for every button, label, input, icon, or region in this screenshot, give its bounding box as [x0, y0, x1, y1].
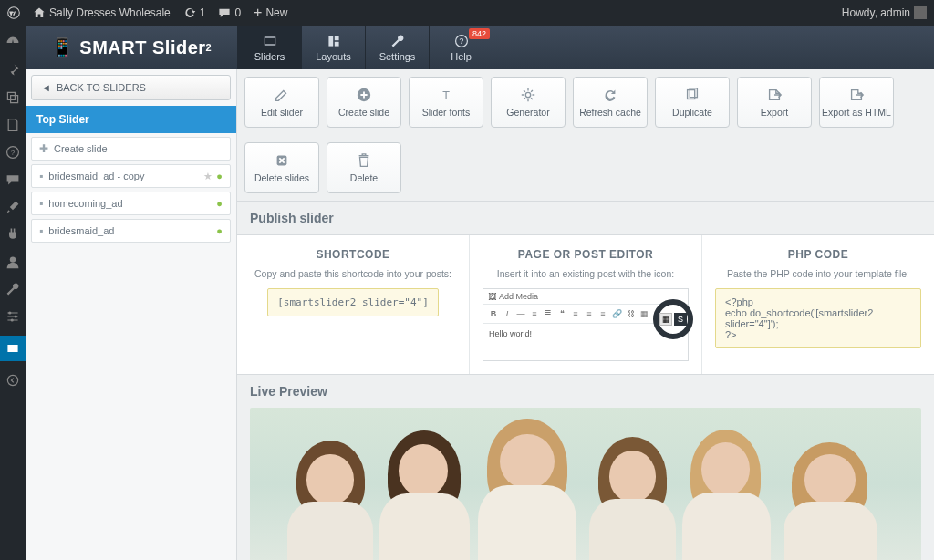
- svg-rect-1: [914, 6, 927, 19]
- media-icon: [5, 90, 20, 105]
- check-icon[interactable]: ●: [216, 198, 223, 209]
- smartslider-icon: [5, 341, 20, 356]
- bullet-icon: ▪: [39, 224, 43, 237]
- trash-icon: [356, 152, 372, 169]
- menu-settings[interactable]: [5, 308, 21, 325]
- create-slide-item[interactable]: ✚ Create slide: [31, 137, 231, 161]
- chevron-left-icon: ◄: [41, 82, 51, 93]
- delete-button[interactable]: Delete: [327, 142, 401, 193]
- menu-media[interactable]: [5, 89, 21, 106]
- publish-php-col: PHP CODE Paste the PHP code into your te…: [702, 235, 934, 374]
- pin-icon: [5, 63, 20, 78]
- svg-rect-11: [328, 36, 333, 46]
- back-to-sliders-button[interactable]: ◄ BACK TO SLIDERS: [31, 75, 231, 100]
- user-icon: [5, 254, 20, 269]
- generator-button[interactable]: Generator: [491, 77, 566, 128]
- sliders-icon: [5, 309, 20, 324]
- new-link[interactable]: +New: [254, 5, 287, 20]
- media-icon: 🖼: [488, 292, 496, 301]
- check-icon[interactable]: ●: [216, 171, 223, 182]
- brush-icon: [5, 200, 20, 214]
- menu-tools[interactable]: [5, 281, 21, 297]
- svg-point-4: [10, 256, 16, 262]
- svg-point-7: [11, 318, 14, 321]
- dashboard-icon: [5, 36, 20, 50]
- menu-users[interactable]: [5, 254, 21, 270]
- update-icon: [183, 6, 196, 19]
- slide-item[interactable]: ▪ homecoming_ad ●: [31, 192, 231, 215]
- plus-circle-icon: [356, 87, 372, 103]
- slide-item[interactable]: ▪ bridesmaid_ad ●: [31, 219, 231, 243]
- svg-text:?: ?: [459, 36, 463, 46]
- wp-admin-menu: ?: [0, 26, 26, 560]
- php-code-box[interactable]: <?php echo do_shortcode('[smartslider2 s…: [715, 288, 921, 348]
- main-content: 📱 SMART Slider2 Sliders Layouts Settings…: [26, 26, 934, 560]
- export-button[interactable]: Export: [737, 77, 812, 128]
- wordpress-icon: [7, 6, 20, 19]
- svg-rect-12: [334, 36, 338, 40]
- menu-smartslider[interactable]: [0, 336, 26, 361]
- tab-help[interactable]: 842 ? Help: [429, 26, 493, 69]
- help-icon: ?: [454, 34, 469, 48]
- site-link[interactable]: Sally Dresses Wholesale: [33, 6, 171, 19]
- ss-header: 📱 SMART Slider2 Sliders Layouts Settings…: [26, 26, 934, 69]
- duplicate-button[interactable]: Duplicate: [655, 77, 730, 128]
- wp-logo[interactable]: [7, 6, 20, 19]
- page-icon: [5, 118, 20, 132]
- menu-pages[interactable]: [5, 117, 21, 133]
- export-html-button[interactable]: Export as HTML: [819, 77, 894, 128]
- bullet-icon: ▪: [39, 197, 43, 210]
- menu-collapse[interactable]: [5, 372, 21, 389]
- menu-unknown-q[interactable]: ?: [5, 144, 21, 161]
- tab-layouts[interactable]: Layouts: [301, 26, 365, 69]
- shortcode-box[interactable]: [smartslider2 slider="4"]: [267, 288, 439, 316]
- svg-rect-10: [265, 37, 275, 45]
- svg-point-18: [525, 92, 530, 97]
- comment-icon: [5, 172, 20, 187]
- smartslider-insert-icon[interactable]: ▦S: [653, 299, 693, 339]
- menu-posts[interactable]: [5, 62, 21, 78]
- comments-link[interactable]: 0: [218, 6, 241, 19]
- live-preview-title: Live Preview: [237, 375, 934, 408]
- menu-dashboard[interactable]: [5, 35, 21, 51]
- tab-settings[interactable]: Settings: [365, 26, 429, 69]
- font-icon: T: [438, 87, 454, 103]
- avatar-icon: [914, 6, 927, 19]
- slider-toolbar: Edit slider Create slide TSlider fonts G…: [237, 69, 934, 202]
- help-icon: ?: [5, 145, 20, 160]
- wp-admin-bar: Sally Dresses Wholesale 1 0 +New Howdy, …: [0, 0, 934, 26]
- slide-item[interactable]: ▪ bridesmaid_ad - copy ★●: [31, 164, 231, 188]
- slider-preview: [250, 408, 921, 560]
- slider-side-panel: ◄ BACK TO SLIDERS Top Slider ✚ Create sl…: [26, 69, 237, 560]
- export-icon: [848, 87, 865, 103]
- help-badge: 842: [469, 28, 490, 39]
- howdy-link[interactable]: Howdy, admin: [842, 6, 927, 19]
- editor-mock: 🖼Add Media BI—≡≣❝≡≡≡🔗⛓▦ ▦S Hello world!: [483, 288, 689, 361]
- comment-icon: [218, 6, 231, 19]
- menu-comments[interactable]: [5, 171, 21, 188]
- edit-icon: [274, 87, 290, 103]
- slider-fonts-button[interactable]: TSlider fonts: [409, 77, 483, 128]
- check-icon[interactable]: ●: [216, 225, 223, 236]
- refresh-cache-button[interactable]: Refresh cache: [573, 77, 648, 128]
- layouts-icon: [327, 34, 341, 48]
- create-slide-button[interactable]: Create slide: [327, 77, 401, 128]
- tab-sliders[interactable]: Sliders: [237, 26, 301, 69]
- publish-editor-col: PAGE OR POST EDITOR Insert it into an ex…: [470, 235, 702, 374]
- copy-icon: [684, 87, 700, 103]
- menu-plugins[interactable]: [5, 226, 21, 243]
- updates-link[interactable]: 1: [183, 6, 206, 19]
- publish-row: SHORTCODE Copy and paste this shortcode …: [237, 234, 934, 375]
- edit-slider-button[interactable]: Edit slider: [244, 77, 319, 128]
- bullet-icon: ▪: [39, 170, 43, 182]
- svg-rect-13: [334, 41, 338, 46]
- ss-logo: 📱 SMART Slider2: [26, 26, 237, 69]
- publish-shortcode-col: SHORTCODE Copy and paste this shortcode …: [237, 235, 470, 374]
- star-icon[interactable]: ★: [203, 171, 213, 182]
- publish-section-title: Publish slider: [237, 202, 934, 234]
- delete-slides-button[interactable]: Delete slides: [244, 142, 319, 193]
- gear-icon: [520, 87, 536, 103]
- current-slider-header[interactable]: Top Slider: [26, 106, 236, 133]
- menu-appearance[interactable]: [5, 199, 21, 215]
- svg-text:?: ?: [11, 149, 16, 157]
